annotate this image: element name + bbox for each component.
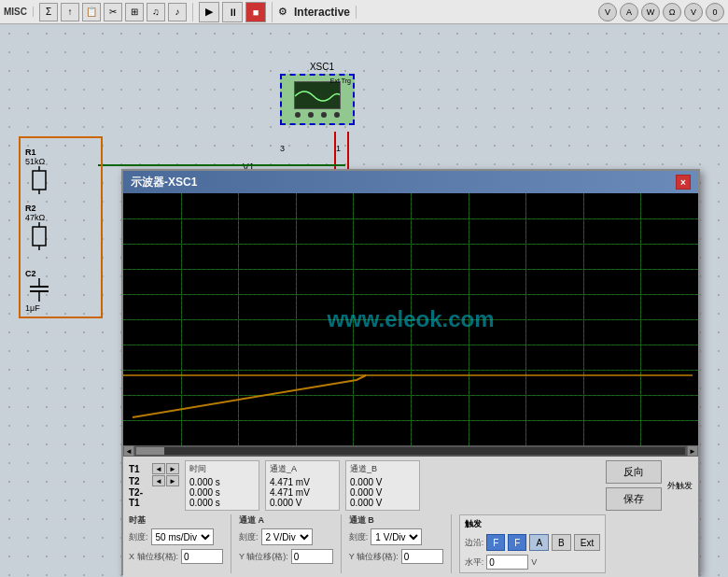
scroll-right[interactable]: ► (687, 445, 698, 457)
osc-titlebar[interactable]: 示波器-XSC1 × (123, 171, 698, 193)
chb-scale-select[interactable]: 1 V/Div (371, 528, 422, 545)
scroll-thumb[interactable] (136, 447, 164, 455)
net-3: 3 (280, 144, 285, 153)
toolbar-btn-5[interactable]: ⊞ (125, 3, 144, 21)
t1-right[interactable]: ► (166, 463, 179, 474)
volt2-btn[interactable]: V (684, 3, 703, 21)
chb-settings: 通道 B 刻度: 1 V/Div Y 轴位移(格): 0 (349, 514, 443, 564)
ext-trigger-group: 外触发 (667, 480, 693, 492)
f1-btn[interactable]: F (486, 534, 505, 551)
chb-y-input[interactable]: 0 (401, 549, 443, 564)
terminal-2[interactable] (308, 112, 314, 118)
level-input[interactable]: 0 (486, 555, 528, 570)
cha-label: 通道_A (270, 463, 335, 475)
divider-1 (231, 514, 231, 573)
level-label: 水平: (465, 556, 484, 569)
playback-section: ▶ ⏸ ■ (199, 2, 273, 22)
timebase-select[interactable]: 50 ms/Div (151, 528, 214, 545)
amp-btn[interactable]: A (620, 3, 638, 21)
t2-left[interactable]: ◄ (152, 475, 165, 486)
toolbar-btn-2[interactable]: ↑ (61, 3, 79, 21)
reverse-button[interactable]: 反向 (606, 460, 662, 484)
cha-scale-select[interactable]: 2 V/Div (261, 528, 313, 545)
t2t1-label: T2-T1 (129, 487, 149, 508)
canvas-area: XSC1 XSC1 Ext Trg V1 3 1 (0, 24, 728, 577)
cha-scale-label: 刻度: (239, 531, 259, 543)
scroll-track[interactable] (136, 447, 685, 455)
terminal-4[interactable] (334, 112, 340, 118)
volt-btn[interactable]: V (598, 3, 617, 21)
r2-value: 47kΩ (25, 213, 53, 222)
measurement-row: T1 ◄ ► T2 ◄ ► T2-T1 (129, 460, 693, 511)
timebase-scale-row: 刻度: 50 ms/Div (129, 528, 223, 545)
xsc1-instrument[interactable]: XSC1 XSC1 Ext Trg (280, 62, 364, 127)
t1-time-val: 0.000 s (189, 477, 255, 487)
play-button[interactable]: ▶ (199, 2, 219, 22)
watt-btn[interactable]: W (641, 3, 660, 21)
component-box: R1 51kΩ R2 47kΩ C2 (19, 136, 103, 318)
r2-label: R2 (25, 204, 53, 213)
toolbar: MISC Σ ↑ 📋 ✂ ⊞ ♫ ♪ ▶ ⏸ ■ ⚙ Interactive V… (0, 0, 728, 24)
save-button[interactable]: 保存 (606, 487, 662, 511)
chb-y-label: Y 轴位移(格): (349, 551, 399, 563)
osc-scrollbar[interactable]: ◄ ► (123, 445, 698, 457)
c2-group: C2 1μF (25, 269, 53, 313)
x-offset-row: X 轴位移(格): 0 (129, 549, 223, 564)
toolbar-right: V A W Ω V 0 (598, 3, 724, 21)
close-button[interactable]: × (676, 175, 691, 190)
zero-btn[interactable]: 0 (706, 3, 724, 21)
cha-y-input[interactable]: 0 (291, 549, 333, 564)
signal-trace (123, 193, 698, 445)
toolbar-btn-7[interactable]: ♪ (168, 3, 187, 21)
terminal-1[interactable] (295, 112, 301, 118)
toolbar-btn-4[interactable]: ✂ (104, 3, 122, 21)
chb-scale-row: 刻度: 1 V/Div (349, 528, 443, 545)
t2t1-cha-val: 0.000 V (270, 498, 335, 508)
time-label: 时间 (189, 463, 255, 475)
r1-label: R1 (25, 148, 53, 157)
pause-button[interactable]: ⏸ (222, 2, 243, 22)
t2-row: T2 ◄ ► (129, 475, 179, 486)
divider-2 (341, 514, 342, 573)
osc-controls: T1 ◄ ► T2 ◄ ► T2-T1 (123, 457, 698, 577)
toolbar-btn-6[interactable]: ♫ (147, 3, 165, 21)
c2-symbol (25, 278, 53, 302)
a-btn[interactable]: A (529, 534, 549, 551)
t2-label: T2 (129, 476, 149, 486)
stop-button[interactable]: ■ (245, 2, 266, 22)
xsc1-label: XSC1 (280, 62, 364, 72)
net-1: 1 (336, 144, 341, 153)
t1-chb-val: 0.000 V (350, 477, 415, 487)
ext-trigger-text: 外触发 (667, 480, 693, 492)
r1-value: 51kΩ (25, 157, 53, 166)
terminal-3[interactable] (321, 112, 327, 118)
toolbar-btn-3[interactable]: 📋 (82, 3, 101, 21)
edge-row: 边沿: F F A B Ext (465, 534, 601, 551)
t1-cha-val: 4.471 mV (270, 477, 335, 487)
b-btn[interactable]: B (552, 534, 571, 551)
scroll-left[interactable]: ◄ (123, 445, 134, 457)
right-buttons: 反向 保存 (606, 460, 662, 511)
t1-arrows: ◄ ► (152, 463, 179, 474)
time-group: 时间 0.000 s 0.000 s 0.000 s (185, 460, 259, 511)
ext-btn[interactable]: Ext (574, 534, 600, 551)
divider-3 (451, 514, 452, 573)
trigger-label: 触发 (465, 518, 601, 530)
ohm-btn[interactable]: Ω (663, 3, 681, 21)
t2-chb-val: 0.000 V (350, 487, 415, 498)
ext-trigger-label: XSC1 Ext Trg (330, 77, 351, 84)
chb-section-label: 通道 B (349, 514, 443, 527)
t2-cha-val: 4.471 mV (270, 487, 335, 498)
t-section: T1 ◄ ► T2 ◄ ► T2-T1 (129, 463, 179, 508)
osc-instrument-box[interactable]: XSC1 Ext Trg (280, 74, 355, 125)
f2-btn[interactable]: F (508, 534, 526, 551)
edge-label: 边沿: (465, 537, 484, 549)
t2t1-chb-val: 0.000 V (350, 498, 415, 508)
t2-right[interactable]: ► (166, 475, 179, 486)
toolbar-btn-1[interactable]: Σ (39, 3, 58, 21)
t1-left[interactable]: ◄ (152, 463, 165, 474)
t1-label: T1 (129, 464, 149, 474)
r1-group: R1 51kΩ (25, 148, 53, 196)
x-offset-input[interactable]: 0 (181, 549, 223, 564)
chb-label: 通道_B (350, 463, 415, 475)
